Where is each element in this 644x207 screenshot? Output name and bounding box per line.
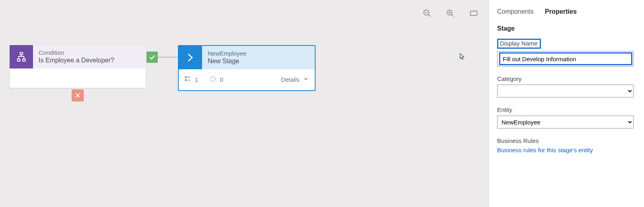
- condition-icon: [10, 45, 33, 68]
- steps-count: 1: [195, 76, 198, 83]
- chevron-down-icon: [303, 76, 309, 83]
- condition-node[interactable]: Condition Is Employee a Developer?: [10, 45, 146, 88]
- dashed-circle-icon: [209, 75, 217, 84]
- stage-header: NewEmployee New Stage: [179, 46, 315, 69]
- svg-line-4: [452, 14, 454, 17]
- panel-section-title: Stage: [497, 25, 634, 32]
- entity-field: Entity NewEmployee: [497, 106, 634, 128]
- panel-tabs: Components Properties: [497, 8, 634, 15]
- business-rules-label: Business Rules: [497, 137, 634, 144]
- svg-point-17: [211, 77, 215, 81]
- stage-node[interactable]: NewEmployee New Stage 1 0 Details: [178, 45, 316, 91]
- stage-icon: [179, 46, 202, 69]
- svg-rect-15: [185, 79, 186, 81]
- steps-icon: [184, 75, 192, 84]
- canvas-toolbar: [423, 9, 478, 19]
- svg-rect-13: [185, 77, 186, 78]
- details-label: Details: [281, 76, 299, 83]
- stage-footer: 1 0 Details: [179, 69, 315, 89]
- connector-line: [158, 57, 178, 58]
- category-field: Category: [497, 75, 634, 97]
- stage-title-label: New Stage: [208, 57, 247, 65]
- zoom-out-icon[interactable]: [423, 9, 431, 19]
- entity-select[interactable]: NewEmployee: [497, 116, 634, 128]
- svg-line-1: [428, 14, 431, 17]
- condition-kind-label: Condition: [39, 49, 114, 56]
- condition-header: Condition Is Employee a Developer?: [10, 45, 146, 68]
- business-rules-block: Business Rules Business rules for this s…: [497, 137, 634, 154]
- fit-to-screen-icon[interactable]: [469, 9, 478, 19]
- tab-components[interactable]: Components: [497, 8, 534, 15]
- svg-rect-10: [23, 59, 25, 61]
- zoom-in-icon[interactable]: [446, 9, 455, 19]
- svg-rect-9: [17, 59, 20, 61]
- display-name-label: Display Name: [497, 39, 541, 49]
- branch-false-icon[interactable]: [72, 89, 84, 101]
- details-toggle[interactable]: Details: [281, 76, 309, 83]
- business-rules-link[interactable]: Business rules for this stage's entity: [497, 147, 593, 153]
- stage-entity-label: NewEmployee: [208, 50, 247, 57]
- entity-label: Entity: [497, 106, 634, 113]
- tab-properties[interactable]: Properties: [545, 8, 577, 15]
- svg-rect-7: [471, 11, 477, 16]
- category-label: Category: [497, 75, 634, 82]
- condition-title-label: Is Employee a Developer?: [39, 56, 114, 64]
- svg-rect-8: [20, 52, 23, 54]
- display-name-field: Display Name: [497, 39, 634, 66]
- branch-true-icon[interactable]: [147, 52, 158, 63]
- mouse-cursor-icon: [459, 52, 466, 61]
- datasteps-count: 0: [220, 76, 223, 83]
- stage-datasteps-metric: 0: [209, 75, 223, 84]
- properties-panel: Components Properties Stage Display Name…: [489, 0, 644, 207]
- category-select[interactable]: [497, 85, 634, 97]
- display-name-input[interactable]: [499, 52, 632, 65]
- stage-steps-metric: 1: [184, 75, 198, 84]
